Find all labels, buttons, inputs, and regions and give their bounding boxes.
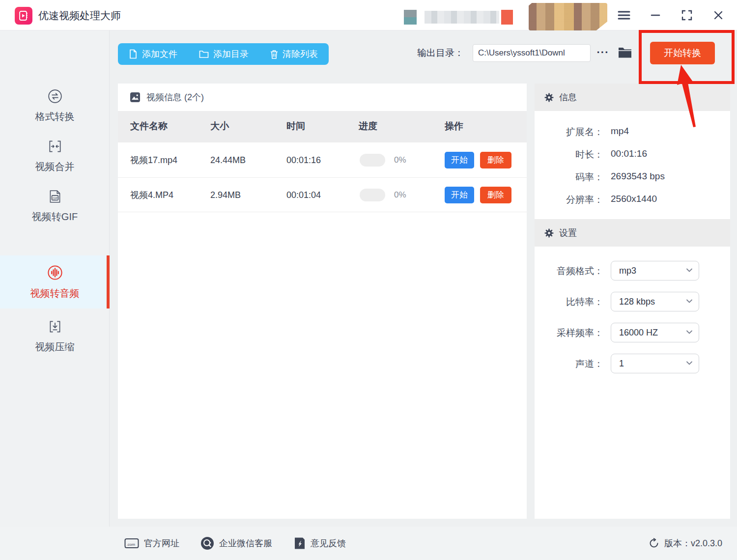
progress-percent: 0% bbox=[394, 190, 406, 200]
info-section-header: 信息 bbox=[535, 84, 730, 111]
gear-icon bbox=[544, 93, 554, 102]
blurred-username bbox=[529, 3, 607, 30]
column-header-size: 大小 bbox=[210, 120, 229, 133]
blurred-account-icon bbox=[404, 10, 417, 25]
column-header-time: 时间 bbox=[286, 120, 305, 133]
file-name: 视频4.MP4 bbox=[130, 188, 204, 202]
video-list-panel: 视频信息 (2个) 文件名称 大小 时间 进度 操作 视频17.mp4 24.4… bbox=[118, 84, 527, 519]
video-list-title: 视频信息 (2个) bbox=[146, 91, 204, 103]
refresh-icon[interactable] bbox=[649, 538, 659, 549]
setting-channels: 声道： 1 bbox=[535, 354, 730, 373]
video-list-header: 视频信息 (2个) bbox=[118, 84, 527, 111]
audio-format-select[interactable]: mp3 bbox=[611, 261, 699, 280]
output-dir-label: 输出目录： bbox=[417, 47, 464, 59]
wechat-service-link[interactable]: 企业微信客服 bbox=[200, 527, 272, 560]
sidebar: 格式转换 视频合并 GIF 视频转GIF 视频转音频 bbox=[0, 30, 110, 527]
row-delete-button[interactable]: 删除 bbox=[480, 152, 511, 168]
chevron-down-icon bbox=[686, 330, 693, 335]
file-actions-group: 添加文件 添加目录 清除列表 bbox=[118, 43, 329, 65]
info-field-bitrate: 码率： 2693543 bps bbox=[535, 171, 730, 186]
chevron-down-icon bbox=[686, 361, 693, 365]
official-site-link[interactable]: .com 官方网址 bbox=[124, 527, 179, 560]
add-file-icon bbox=[129, 49, 138, 59]
column-header-filename: 文件名称 bbox=[130, 120, 168, 133]
column-header-progress: 进度 bbox=[359, 120, 377, 133]
table-header-row: 文件名称 大小 时间 进度 操作 bbox=[118, 111, 527, 142]
file-name: 视频17.mp4 bbox=[130, 153, 204, 168]
video-info-icon bbox=[130, 92, 141, 103]
setting-bitrate: 比特率： 128 kbps bbox=[535, 292, 730, 311]
sidebar-item-label: 视频合并 bbox=[35, 160, 75, 173]
dotcom-icon: .com bbox=[124, 537, 139, 549]
output-dir-input[interactable] bbox=[473, 44, 591, 62]
blurred-badge bbox=[501, 10, 513, 25]
open-folder-button[interactable] bbox=[616, 44, 634, 61]
maximize-icon[interactable] bbox=[680, 8, 694, 22]
bitrate-select[interactable]: 128 kbps bbox=[611, 292, 699, 311]
sidebar-item-video-to-audio[interactable]: 视频转音频 bbox=[0, 255, 110, 308]
file-duration: 00:01:04 bbox=[286, 190, 321, 200]
progress-percent: 0% bbox=[394, 155, 406, 165]
settings-section-title: 设置 bbox=[559, 227, 577, 239]
add-file-button[interactable]: 添加文件 bbox=[118, 43, 188, 65]
feedback-icon bbox=[294, 537, 306, 550]
sidebar-item-label: 视频转音频 bbox=[30, 287, 80, 300]
version-label: 版本：v2.0.3.0 bbox=[664, 537, 722, 549]
close-icon[interactable] bbox=[711, 8, 725, 22]
app-title: 优速视频处理大师 bbox=[38, 9, 121, 23]
sidebar-item-video-compress[interactable]: 视频压缩 bbox=[0, 311, 110, 361]
add-directory-icon bbox=[199, 50, 209, 58]
file-size: 2.94MB bbox=[210, 190, 241, 200]
sidebar-item-video-merge[interactable]: 视频合并 bbox=[0, 131, 110, 180]
add-directory-button[interactable]: 添加目录 bbox=[188, 43, 259, 65]
start-convert-button[interactable]: 开始转换 bbox=[650, 42, 715, 64]
format-convert-icon bbox=[47, 88, 63, 104]
sidebar-item-label: 格式转换 bbox=[35, 110, 75, 123]
details-panel: 信息 扩展名： mp4 时长： 00:01:16 码率： 2693543 bps… bbox=[535, 84, 730, 519]
row-delete-button[interactable]: 删除 bbox=[480, 187, 511, 203]
video-compress-icon bbox=[47, 319, 63, 335]
sidebar-item-format-convert[interactable]: 格式转换 bbox=[0, 81, 110, 130]
info-field-duration: 时长： 00:01:16 bbox=[535, 148, 730, 163]
browse-more-button[interactable]: ··· bbox=[595, 45, 610, 60]
settings-section-header: 设置 bbox=[535, 219, 730, 247]
blurred-account-text bbox=[425, 11, 499, 24]
file-duration: 00:01:16 bbox=[286, 155, 321, 165]
window-controls bbox=[617, 0, 725, 30]
column-header-actions: 操作 bbox=[445, 120, 463, 133]
clear-list-button[interactable]: 清除列表 bbox=[259, 43, 329, 65]
minimize-icon[interactable] bbox=[649, 8, 662, 22]
sidebar-item-video-to-gif[interactable]: GIF 视频转GIF bbox=[0, 181, 110, 230]
sidebar-item-label: 视频转GIF bbox=[32, 210, 78, 224]
file-size: 24.44MB bbox=[210, 155, 246, 165]
feedback-link[interactable]: 意见反馈 bbox=[294, 527, 346, 560]
title-bar: 优速视频处理大师 bbox=[0, 0, 737, 30]
app-window: 优速视频处理大师 bbox=[0, 0, 737, 560]
channels-select[interactable]: 1 bbox=[611, 354, 699, 373]
chevron-down-icon bbox=[686, 268, 693, 273]
table-row: 视频4.MP4 2.94MB 00:01:04 0% 开始 删除 bbox=[118, 178, 527, 212]
row-start-button[interactable]: 开始 bbox=[445, 152, 474, 168]
svg-text:GIF: GIF bbox=[53, 196, 58, 199]
video-to-gif-icon: GIF bbox=[47, 189, 63, 204]
version-info: 版本：v2.0.3.0 bbox=[649, 527, 722, 560]
chevron-down-icon bbox=[686, 299, 693, 304]
folder-icon bbox=[618, 46, 632, 59]
menu-icon[interactable] bbox=[617, 8, 631, 22]
setting-sample-rate: 采样频率： 16000 HZ bbox=[535, 323, 730, 342]
progress-bar bbox=[360, 154, 385, 167]
table-row: 视频17.mp4 24.44MB 00:01:16 0% 开始 删除 bbox=[118, 142, 527, 178]
clear-list-icon bbox=[270, 50, 278, 59]
video-merge-icon bbox=[47, 139, 63, 154]
gear-icon bbox=[544, 228, 554, 238]
sidebar-item-label: 视频压缩 bbox=[35, 340, 75, 354]
wechat-service-icon bbox=[200, 536, 214, 550]
sample-rate-select[interactable]: 16000 HZ bbox=[611, 323, 699, 342]
footer: .com 官方网址 企业微信客服 意见反馈 版本： bbox=[0, 527, 737, 560]
app-logo-icon bbox=[15, 7, 32, 25]
info-field-extension: 扩展名： mp4 bbox=[535, 126, 730, 140]
setting-audio-format: 音频格式： mp3 bbox=[535, 261, 730, 280]
row-start-button[interactable]: 开始 bbox=[445, 187, 474, 203]
active-indicator bbox=[107, 255, 110, 308]
info-field-resolution: 分辨率： 2560x1440 bbox=[535, 194, 730, 208]
